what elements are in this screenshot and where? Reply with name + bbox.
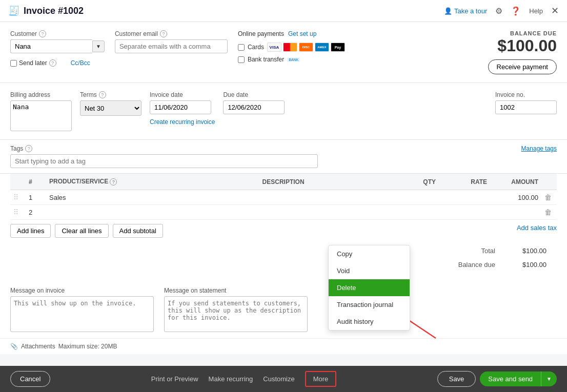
save-send-button[interactable]: Save and send [480,372,541,386]
message-statement-label: Message on statement [164,287,308,294]
table-body: ⠿ 1 Sales 100.00 🗑 ⠿ 2 [10,190,557,220]
customize-link[interactable]: Customize [263,375,294,383]
page-title: Invoice #1002 [24,6,84,16]
tags-info-icon[interactable]: ? [25,145,32,152]
billing-address-group: Billing address Nana [10,91,72,131]
dropdown-audit-history[interactable]: Audit history [329,313,410,330]
invoice-table: # PRODUCT/SERVICE ? DESCRIPTION QTY RATE… [10,174,557,220]
email-input[interactable] [115,39,228,53]
customer-field-group: Customer ? ▼ Send later ? Cc/Bcc [10,30,105,67]
dropdown-copy[interactable]: Copy [329,245,410,262]
footer-left: Cancel [10,371,50,387]
product-info-icon[interactable]: ? [110,178,117,185]
invoice-date-input[interactable] [150,100,211,114]
cc-bcc-link[interactable]: Cc/Bcc [71,59,90,67]
email-label: Customer email ? [115,30,228,37]
balance-due-section: BALANCE DUE $100.00 Receive payment [454,30,557,74]
billing-label: Billing address [10,91,72,98]
message-statement-textarea[interactable] [164,296,308,332]
qty-cell[interactable] [398,190,439,205]
billing-textarea[interactable]: Nana [10,100,72,131]
balance-due-label: BALANCE DUE [454,30,557,36]
add-subtotal-button[interactable]: Add subtotal [113,224,163,238]
drag-cell: ⠿ [10,205,26,220]
tour-link[interactable]: 👤 Take a tour [444,7,487,15]
delete-row-button[interactable]: 🗑 [544,193,552,201]
invoice-window: 🧾 Invoice #1002 👤 Take a tour ⚙ ❓ Help ✕… [0,0,567,392]
add-lines-button[interactable]: Add lines [10,224,51,238]
top-form-row: Customer ? ▼ Send later ? Cc/Bcc [10,30,557,74]
send-later-label: Send later [19,59,47,67]
rate-cell[interactable] [439,205,490,220]
drag-handle[interactable]: ⠿ [13,193,18,201]
tags-input[interactable] [10,154,318,168]
description-cell[interactable] [259,190,398,205]
email-info-icon[interactable]: ? [160,30,167,37]
tour-icon: 👤 [444,7,452,15]
manage-tags-link[interactable]: Manage tags [521,145,557,152]
table-section: # PRODUCT/SERVICE ? DESCRIPTION QTY RATE… [0,174,567,281]
tags-label: Tags ? [10,145,32,152]
clear-all-button[interactable]: Clear all lines [55,224,108,238]
receive-payment-button[interactable]: Receive payment [488,59,557,74]
help-icon[interactable]: ❓ [511,6,521,16]
terms-group: Terms ? Net 30 Net 15 Due on receipt Net… [80,91,141,116]
qty-cell[interactable] [398,205,439,220]
bank-checkbox[interactable] [238,56,245,63]
terms-select[interactable]: Net 30 Net 15 Due on receipt Net 60 [80,100,141,116]
close-button[interactable]: ✕ [551,5,559,16]
terms-info-icon[interactable]: ? [99,91,106,98]
add-sales-tax-link[interactable]: Add sales tax [517,222,557,234]
create-recurring-link[interactable]: Create recurring invoice [150,118,215,126]
total-value: $100.00 [505,247,546,255]
due-date-input[interactable] [223,100,285,114]
amount-col-header: AMOUNT [490,174,541,190]
invoice-icon: 🧾 [8,5,19,16]
rate-cell[interactable] [439,190,490,205]
applepay-icon: Pay [331,43,345,52]
content-area: Customer ? ▼ Send later ? Cc/Bcc [0,22,567,366]
online-payments-header: Online payments Get set up [238,30,444,37]
delete-row-button[interactable]: 🗑 [544,208,552,216]
balance-due-total-label: Balance due [458,261,495,269]
send-later-info-icon[interactable]: ? [49,59,56,67]
invoice-date-label: Invoice date [150,91,215,98]
send-later-checkbox[interactable] [10,60,17,67]
print-preview-link[interactable]: Print or Preview [151,375,198,383]
customer-input[interactable] [10,39,92,53]
message-invoice-field: Message on invoice [10,287,154,332]
drag-handle[interactable]: ⠿ [13,208,18,216]
make-recurring-link[interactable]: Make recurring [209,375,253,383]
product-cell[interactable] [46,205,259,220]
settings-icon[interactable]: ⚙ [495,6,502,16]
dropdown-void[interactable]: Void [329,262,410,279]
due-date-group: Due date [223,91,285,114]
email-field-group: Customer email ? [115,30,228,53]
save-button[interactable]: Save [437,371,476,387]
description-cell[interactable] [259,205,398,220]
cards-checkbox[interactable] [238,44,245,51]
invoice-date-group: Invoice date Create recurring invoice [150,91,215,126]
drag-cell: ⠿ [10,190,26,205]
product-cell[interactable]: Sales [46,190,259,205]
customer-info-icon[interactable]: ? [39,30,46,37]
dropdown-transaction-journal[interactable]: Transaction journal [329,296,410,313]
get-set-up-link[interactable]: Get set up [288,30,316,37]
message-invoice-textarea[interactable] [10,296,154,332]
second-form-section: Billing address Nana Terms ? Net 30 Net … [0,83,567,140]
dropdown-delete[interactable]: Delete [329,279,410,296]
invoice-no-input[interactable] [495,100,557,114]
more-button[interactable]: More [305,371,337,387]
amount-cell [490,205,541,220]
amount-cell: 100.00 [490,190,541,205]
save-send-group: Save and send ▼ [480,372,557,386]
help-label[interactable]: Help [529,7,543,15]
card-icons-row: VISA DISC AMEX Pay [267,43,345,52]
save-send-arrow-button[interactable]: ▼ [541,372,557,386]
delete-col-header [541,174,557,190]
footer-bar: Cancel Print or Preview Make recurring C… [0,366,567,392]
cancel-button[interactable]: Cancel [10,371,50,387]
header-bar: 🧾 Invoice #1002 👤 Take a tour ⚙ ❓ Help ✕ [0,0,567,22]
bank-option: Bank transfer BANK [238,56,444,63]
customer-dropdown-arrow[interactable]: ▼ [92,40,105,52]
